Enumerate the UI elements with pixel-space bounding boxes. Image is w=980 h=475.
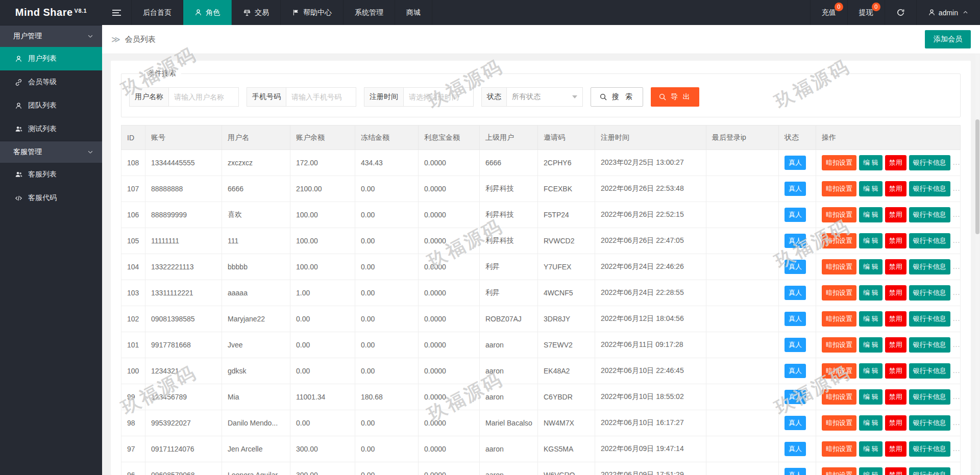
- sidebar-item-member-level[interactable]: 会员等级: [0, 70, 102, 94]
- bank-card-info-button[interactable]: 银行卡信息: [909, 337, 950, 353]
- admin-menu[interactable]: admin: [916, 0, 980, 25]
- deduct-setting-button[interactable]: 暗扣设置: [822, 441, 856, 457]
- bank-card-info-button[interactable]: 银行卡信息: [909, 389, 950, 405]
- edit-button[interactable]: 编 辑: [859, 181, 883, 196]
- scrollbar-thumb[interactable]: [975, 119, 979, 234]
- disable-button[interactable]: 禁用: [885, 285, 906, 301]
- search-button[interactable]: 搜 索: [591, 87, 643, 107]
- edit-button[interactable]: 编 辑: [859, 363, 883, 379]
- status-badge[interactable]: 真人: [785, 338, 806, 352]
- disable-button[interactable]: 禁用: [885, 311, 906, 327]
- deduct-setting-button[interactable]: 暗扣设置: [822, 155, 856, 170]
- bank-card-info-button[interactable]: 银行卡信息: [909, 311, 950, 327]
- deduct-setting-button[interactable]: 暗扣设置: [822, 207, 856, 222]
- username-input[interactable]: [168, 87, 239, 107]
- nav-item-backend-home[interactable]: 后台首页: [132, 0, 183, 25]
- sidebar-toggle-button[interactable]: [102, 0, 132, 25]
- sidebar-item-team-list[interactable]: 团队列表: [0, 94, 102, 117]
- add-member-button[interactable]: 添加会员: [925, 30, 971, 48]
- disable-button[interactable]: 禁用: [885, 233, 906, 248]
- bank-card-info-button[interactable]: 银行卡信息: [909, 415, 950, 431]
- disable-button[interactable]: 禁用: [885, 389, 906, 405]
- disable-button[interactable]: 禁用: [885, 207, 906, 222]
- bank-card-info-button[interactable]: 银行卡信息: [909, 155, 950, 170]
- status-badge[interactable]: 真人: [785, 234, 806, 248]
- scrollbar[interactable]: [975, 54, 979, 475]
- disable-button[interactable]: 禁用: [885, 337, 906, 353]
- deduct-setting-button[interactable]: 暗扣设置: [822, 415, 856, 431]
- disable-button[interactable]: 禁用: [885, 441, 906, 457]
- export-button[interactable]: 导 出: [651, 87, 699, 107]
- withdraw-button[interactable]: 提现0: [847, 0, 885, 25]
- disable-button[interactable]: 禁用: [885, 467, 906, 475]
- deduct-setting-button[interactable]: 暗扣设置: [822, 311, 856, 327]
- nav-item-mall[interactable]: 商城: [395, 0, 432, 25]
- edit-button[interactable]: 编 辑: [859, 467, 883, 475]
- bank-card-info-button[interactable]: 银行卡信息: [909, 285, 950, 301]
- disable-button[interactable]: 禁用: [885, 259, 906, 274]
- disable-button[interactable]: 禁用: [885, 155, 906, 170]
- disable-button[interactable]: 禁用: [885, 415, 906, 431]
- edit-button[interactable]: 编 辑: [859, 233, 883, 248]
- status-badge[interactable]: 真人: [785, 312, 806, 326]
- deduct-setting-button[interactable]: 暗扣设置: [822, 389, 856, 405]
- nav-item-trade[interactable]: 交易: [232, 0, 281, 25]
- sidebar-group-service-management[interactable]: 客服管理: [0, 141, 102, 163]
- deduct-setting-button[interactable]: 暗扣设置: [822, 285, 856, 301]
- sidebar-item-user-list[interactable]: 用户列表: [0, 47, 102, 70]
- sidebar-group-user-management[interactable]: 用户管理: [0, 25, 102, 47]
- nav-item-system-management[interactable]: 系统管理: [344, 0, 395, 25]
- edit-button[interactable]: 编 辑: [859, 389, 883, 405]
- status-badge[interactable]: 真人: [785, 182, 806, 196]
- phone-field-label: 手机号码: [247, 87, 286, 107]
- edit-button[interactable]: 编 辑: [859, 259, 883, 274]
- disable-button[interactable]: 禁用: [885, 363, 906, 379]
- sidebar-item-test-list[interactable]: 测试列表: [0, 117, 102, 141]
- status-badge[interactable]: 真人: [785, 416, 806, 430]
- deduct-setting-button[interactable]: 暗扣设置: [822, 467, 856, 475]
- deduct-setting-button[interactable]: 暗扣设置: [822, 233, 856, 248]
- edit-button[interactable]: 编 辑: [859, 285, 883, 301]
- edit-button[interactable]: 编 辑: [859, 155, 883, 170]
- edit-button[interactable]: 编 辑: [859, 415, 883, 431]
- bank-card-info-button[interactable]: 银行卡信息: [909, 259, 950, 274]
- status-badge[interactable]: 真人: [785, 156, 806, 170]
- bank-card-info-button[interactable]: 银行卡信息: [909, 441, 950, 457]
- disable-button[interactable]: 禁用: [885, 181, 906, 196]
- status-badge[interactable]: 真人: [785, 390, 806, 404]
- reg-time-input[interactable]: [403, 87, 474, 107]
- status-badge[interactable]: 真人: [785, 260, 806, 274]
- edit-button[interactable]: 编 辑: [859, 207, 883, 222]
- nav-item-role[interactable]: 角色: [183, 0, 232, 25]
- status-badge[interactable]: 真人: [785, 208, 806, 222]
- sidebar-item-service-code[interactable]: 客服代码: [0, 186, 102, 210]
- breadcrumb: ≫ 会员列表: [111, 34, 156, 45]
- nav-item-help-center[interactable]: 帮助中心: [281, 0, 344, 25]
- bank-card-info-button[interactable]: 银行卡信息: [909, 467, 950, 475]
- sidebar-item-service-list[interactable]: 客服列表: [0, 163, 102, 186]
- refresh-button[interactable]: [885, 0, 916, 25]
- phone-input[interactable]: [286, 87, 356, 107]
- bank-card-info-button[interactable]: 银行卡信息: [909, 363, 950, 379]
- reg-time-field-group: 注册时间: [364, 87, 474, 107]
- edit-button[interactable]: 编 辑: [859, 441, 883, 457]
- deduct-setting-button[interactable]: 暗扣设置: [822, 363, 856, 379]
- cell-last_ip: [706, 280, 779, 306]
- cell-invite_code: FCEXBK: [538, 176, 595, 202]
- status-badge[interactable]: 真人: [785, 286, 806, 300]
- deduct-setting-button[interactable]: 暗扣设置: [822, 259, 856, 274]
- deduct-setting-button[interactable]: 暗扣设置: [822, 181, 856, 196]
- status-badge[interactable]: 真人: [785, 442, 806, 456]
- status-badge[interactable]: 真人: [785, 468, 806, 475]
- cell-username: Jen Arcelle: [222, 436, 290, 462]
- edit-button[interactable]: 编 辑: [859, 311, 883, 327]
- recharge-button[interactable]: 充值0: [810, 0, 847, 25]
- status-badge[interactable]: 真人: [785, 364, 806, 378]
- bank-card-info-button[interactable]: 银行卡信息: [909, 181, 950, 196]
- edit-button[interactable]: 编 辑: [859, 337, 883, 353]
- status-select[interactable]: 所有状态: [506, 87, 583, 107]
- bank-card-info-button[interactable]: 银行卡信息: [909, 233, 950, 248]
- deduct-setting-button[interactable]: 暗扣设置: [822, 337, 856, 353]
- bank-card-info-button[interactable]: 银行卡信息: [909, 207, 950, 222]
- more-actions-label: ...: [953, 444, 961, 453]
